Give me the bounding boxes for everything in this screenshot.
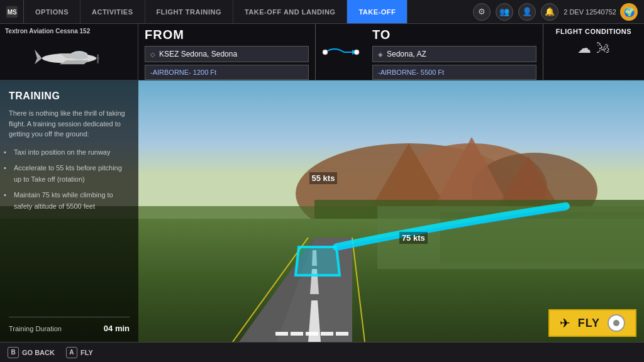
header-bar: Textron Aviation Cessna 152 FROM [0,24,644,80]
takeoff-icon: ✈ [560,315,570,331]
fly-bottom-button[interactable]: A FLY [66,347,93,358]
nav-logo: MS [0,0,24,23]
airport-icon: ◇ [150,51,155,58]
fly-button-label: FLY [578,317,600,330]
settings-button[interactable]: ⚙ [473,3,491,21]
speed-55-label: 55 kts [309,172,338,184]
dot-icon [613,320,619,326]
svg-marker-4 [35,49,42,58]
to-airport-value: Sedona, AZ [387,50,426,58]
notifications-button[interactable]: 🔔 [541,3,558,21]
nav-tab-flight-training[interactable]: FLIGHT TRAINING [145,0,233,23]
nav-tab-takeoff[interactable]: TAKE-OFF [347,0,408,23]
top-navigation: MS OPTIONS ACTIVITIES FLIGHT TRAINING TA… [0,0,644,24]
svg-rect-34 [336,332,348,336]
duration-label: Training Duration [9,325,62,332]
go-back-button[interactable]: B GO BACK [8,347,55,358]
to-airborne-field: -AIRBORNE- 5500 Ft [372,65,536,80]
aircraft-panel: Textron Aviation Cessna 152 [0,24,138,80]
to-airport-field[interactable]: ◈ Sedona, AZ [372,46,536,62]
go-back-icon: B [8,347,19,358]
fly-button-main[interactable]: ✈ FLY [548,309,636,337]
training-panel: TRAINING There is nothing like the thril… [0,80,138,342]
main-scene: TRAINING There is nothing like the thril… [0,80,644,342]
to-label: TO [372,28,536,42]
to-airport-icon: ◈ [378,51,383,58]
cloud-icon: ☁ [577,40,591,57]
svg-point-12 [354,50,359,55]
svg-text:MS: MS [7,8,16,15]
svg-point-9 [96,57,99,60]
fly-circle-indicator [608,314,625,332]
bottom-bar: B GO BACK A FLY [0,342,644,362]
from-airport-field[interactable]: ◇ KSEZ Sedona, Sedona [145,46,309,62]
nav-spacer [408,0,467,23]
wind-icon: 🌬 [596,40,610,57]
account-text: 2 DEV 12540752 [564,8,616,16]
duration-value: 04 min [104,324,130,333]
community-button[interactable]: 👥 [496,3,513,21]
aircraft-label: Textron Aviation Cessna 152 [5,28,133,35]
training-bullet-1: Taxi into position on the runway [9,147,130,158]
from-label: FROM [145,28,309,42]
aircraft-image [5,37,133,76]
globe-icon: 🌍 [624,7,635,17]
nav-tab-takeoff-landing[interactable]: TAKE-OFF AND LANDING [233,0,347,23]
svg-rect-33 [321,332,333,336]
from-airborne-field: -AIRBORNE- 1200 Ft [145,65,309,80]
flight-conditions-label: FLIGHT CONDITIONS [556,28,631,35]
avatar[interactable]: 🌍 [620,3,638,21]
nav-tab-options[interactable]: OPTIONS [24,0,80,23]
account-info: 2 DEV 12540752 🌍 [564,3,638,21]
training-bullet-2: Accelerate to 55 kts before pitching up … [9,163,130,185]
aircraft-icon [25,40,113,74]
go-back-label: GO BACK [22,349,55,356]
training-description: There is nothing like the thrill of taki… [9,108,130,140]
training-duration: Training Duration 04 min [9,317,130,333]
training-title: TRAINING [9,90,130,102]
speed-75-label: 75 kts [399,232,428,244]
svg-rect-32 [306,332,318,336]
fly-bottom-label: FLY [80,349,93,356]
profile-button[interactable]: 👤 [518,3,536,21]
to-section: TO ◈ Sedona, AZ -AIRBORNE- 5500 Ft [366,24,543,80]
flight-conditions-section: FLIGHT CONDITIONS ☁ 🌬 [543,24,644,80]
from-section: FROM ◇ KSEZ Sedona, Sedona -AIRBORNE- 12… [138,24,316,80]
from-airport-value: KSEZ Sedona, Sedona [159,50,237,58]
fly-bottom-icon: A [66,347,77,358]
svg-point-11 [323,50,328,55]
svg-marker-5 [35,58,42,63]
nav-right-controls: ⚙ 👥 👤 🔔 2 DEV 12540752 🌍 [467,0,644,23]
svg-rect-30 [275,332,288,336]
nav-tab-activities[interactable]: ACTIVITIES [80,0,145,23]
weather-icons: ☁ 🌬 [577,40,610,57]
svg-rect-31 [291,332,303,336]
svg-marker-38 [296,247,340,275]
route-arrow [316,24,366,80]
training-bullet-3: Maintain 75 kts while climbing to safety… [9,190,130,212]
